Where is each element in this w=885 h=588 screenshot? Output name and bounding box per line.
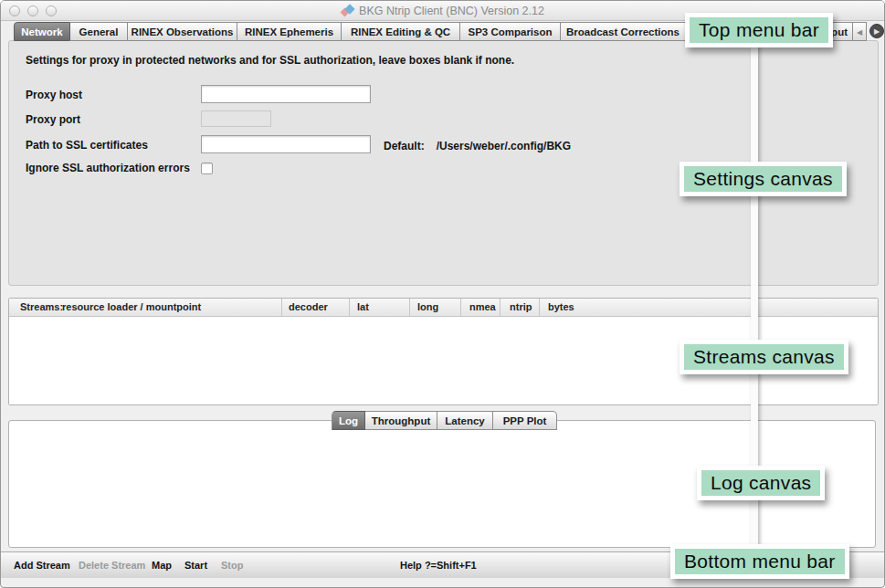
help-shortcut-text: Help ?=Shift+F1 bbox=[400, 560, 477, 571]
tab-rinex-ephemeris[interactable]: RINEX Ephemeris bbox=[237, 22, 342, 41]
tab-rinex-editing-qc[interactable]: RINEX Editing & QC bbox=[342, 22, 460, 41]
tab-network[interactable]: Network bbox=[14, 22, 70, 41]
tab-general[interactable]: General bbox=[70, 22, 128, 41]
start-button[interactable]: Start bbox=[184, 560, 207, 571]
column-resource-loader-mountpoint[interactable]: resource loader / mountpoint bbox=[62, 301, 201, 312]
annotation-bottom-menu-bar: Bottom menu bar bbox=[670, 544, 849, 579]
bnc-app-icon bbox=[341, 5, 354, 17]
proxy-host-input[interactable] bbox=[201, 85, 371, 103]
streams-table-header: Streams: resource loader / mountpoint de… bbox=[9, 299, 878, 317]
annotation-streams-canvas: Streams canvas bbox=[680, 340, 848, 374]
column-long[interactable]: long bbox=[417, 301, 438, 312]
tab-broadcast-corrections[interactable]: Broadcast Corrections bbox=[561, 22, 686, 41]
window-title: BKG Ntrip Client (BNC) Version 2.12 bbox=[359, 5, 544, 17]
proxy-port-label: Proxy port bbox=[26, 113, 80, 126]
ignore-ssl-errors-label: Ignore SSL authorization errors bbox=[26, 162, 190, 174]
annotation-settings-canvas: Settings canvas bbox=[680, 162, 847, 196]
tab-log[interactable]: Log bbox=[332, 411, 365, 430]
map-button[interactable]: Map bbox=[152, 560, 172, 571]
streams-label: Streams: bbox=[20, 301, 63, 312]
tab-ppp-plot[interactable]: PPP Plot bbox=[493, 411, 557, 430]
column-nmea[interactable]: nmea bbox=[469, 301, 496, 312]
tab-latency[interactable]: Latency bbox=[437, 411, 493, 430]
annotation-top-menu-bar: Top menu bar bbox=[685, 13, 833, 47]
minimize-button[interactable] bbox=[27, 5, 38, 16]
add-stream-button[interactable]: Add Stream bbox=[14, 560, 70, 571]
column-decoder[interactable]: decoder bbox=[289, 301, 328, 312]
zoom-button[interactable] bbox=[46, 5, 57, 16]
default-path: /Users/weber/.config/BKG bbox=[437, 140, 571, 152]
ssl-certificates-input[interactable] bbox=[201, 135, 371, 153]
annotation-log-canvas: Log canvas bbox=[697, 466, 825, 500]
proxy-host-label: Proxy host bbox=[26, 89, 82, 101]
column-lat[interactable]: lat bbox=[357, 301, 369, 312]
settings-intro-text: Settings for proxy in protected networks… bbox=[26, 54, 514, 67]
column-bytes[interactable]: bytes bbox=[548, 301, 574, 312]
ssl-default-note: Default: /Users/weber/.config/BKG bbox=[384, 140, 571, 152]
close-button[interactable] bbox=[9, 5, 20, 16]
default-label: Default: bbox=[384, 140, 425, 152]
tab-rinex-observations[interactable]: RINEX Observations bbox=[128, 22, 237, 41]
stop-button: Stop bbox=[221, 560, 243, 571]
column-ntrip[interactable]: ntrip bbox=[510, 301, 532, 312]
ssl-certificates-label: Path to SSL certificates bbox=[26, 139, 148, 152]
tab-throughput[interactable]: Throughput bbox=[365, 411, 437, 430]
proxy-port-input bbox=[201, 110, 271, 127]
traffic-lights bbox=[9, 5, 57, 16]
delete-stream-button: Delete Stream bbox=[79, 560, 145, 571]
tab-scroll-left-icon[interactable]: ◀ bbox=[853, 22, 867, 41]
tab-sp3-comparison[interactable]: SP3 Comparison bbox=[460, 22, 561, 41]
ignore-ssl-errors-checkbox[interactable] bbox=[201, 163, 213, 174]
tab-scroll-right-icon[interactable]: ▶ bbox=[869, 24, 884, 38]
log-tab-bar: Log Throughput Latency PPP Plot bbox=[332, 411, 557, 430]
